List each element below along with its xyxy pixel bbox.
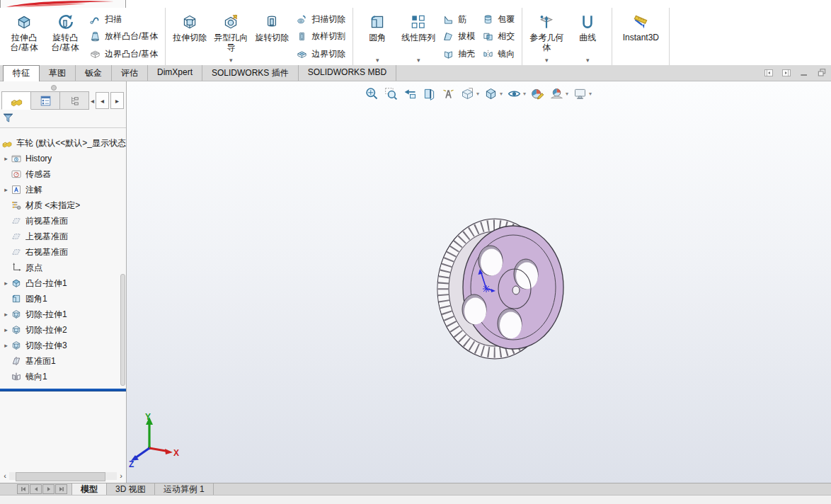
featuremanager-tab[interactable]	[1, 91, 31, 110]
tree-item[interactable]: 圆角1	[0, 291, 126, 307]
command-tab[interactable]: 草图	[40, 65, 76, 81]
configurationmanager-tab[interactable]	[60, 91, 89, 110]
tab-scroll-left-button[interactable]: ◂	[96, 92, 109, 109]
ribbon-button-swept-cut[interactable]: 扫描切除	[294, 11, 348, 27]
propertymanager-tab[interactable]	[31, 91, 60, 110]
scroll-left-arrow-icon[interactable]: ‹	[1, 472, 9, 480]
model-wheel[interactable]	[410, 205, 574, 372]
zoom-to-area-button[interactable]	[383, 86, 399, 102]
command-tab[interactable]: 评估	[112, 65, 148, 81]
expand-arrow-icon[interactable]: ▸	[1, 326, 11, 333]
graphics-viewport[interactable]: ▾▾▾▾▾	[127, 81, 831, 483]
tree-item[interactable]: ▸注解	[0, 182, 126, 197]
dropdown-arrow-icon[interactable]: ▾	[476, 91, 479, 97]
study-tab[interactable]: 模型	[71, 483, 107, 495]
command-tab[interactable]: DimXpert	[148, 65, 202, 81]
ribbon-button-reference-geometry[interactable]: 参考几何体▾	[526, 9, 567, 64]
tree-item[interactable]: ▸History	[0, 151, 126, 166]
expand-arrow-icon[interactable]: ▸	[1, 155, 11, 162]
ribbon-button-extruded-boss[interactable]: 拉伸凸台/基体	[4, 9, 45, 64]
tab-scroll-right-button[interactable]: ▸	[110, 92, 124, 109]
annotation-visibility-button[interactable]	[440, 86, 457, 102]
ribbon-button-linear-pattern[interactable]: 线性阵列▾	[398, 9, 439, 64]
ribbon-button-extruded-cut[interactable]: 拉伸切除	[169, 9, 210, 64]
ribbon-button-wrap[interactable]: 包覆	[480, 11, 517, 27]
dropdown-arrow-icon[interactable]: ▾	[586, 57, 590, 64]
command-tab[interactable]: SOLIDWORKS 插件	[202, 65, 299, 81]
section-view-button[interactable]	[421, 86, 437, 102]
view-settings-button[interactable]: ▾	[572, 86, 592, 102]
command-tab[interactable]: 特征	[3, 65, 40, 81]
tree-item[interactable]: 传感器	[0, 166, 126, 182]
expand-arrow-icon[interactable]: ▸	[1, 186, 11, 193]
ribbon-button-draft[interactable]: 拔模	[440, 29, 477, 45]
expand-arrow-icon[interactable]: ▸	[1, 342, 11, 349]
ribbon-button-lofted-cut[interactable]: 放样切割	[294, 29, 348, 45]
zoom-to-fit-button[interactable]	[364, 86, 380, 102]
ribbon-button-mirror[interactable]: 镜向	[480, 46, 517, 62]
last-study-button[interactable]	[55, 484, 67, 494]
tree-vertical-scrollbar[interactable]	[120, 274, 125, 386]
expand-arrow-icon[interactable]: ▸	[1, 280, 11, 287]
dropdown-arrow-icon[interactable]: ▾	[523, 91, 526, 97]
restore-window-button[interactable]	[816, 67, 827, 79]
scrollbar-track[interactable]	[9, 472, 117, 480]
edit-appearance-button[interactable]	[529, 86, 546, 102]
command-tab[interactable]: 钣金	[76, 65, 112, 81]
dropdown-arrow-icon[interactable]: ▾	[500, 91, 503, 97]
previous-study-button[interactable]	[30, 484, 42, 494]
dropdown-arrow-icon[interactable]: ▾	[229, 57, 233, 64]
pane-right-button[interactable]	[781, 67, 792, 79]
dropdown-arrow-icon[interactable]: ▾	[545, 57, 549, 64]
scroll-right-arrow-icon[interactable]: ›	[117, 472, 125, 480]
dropdown-arrow-icon[interactable]: ▾	[566, 91, 568, 97]
tree-item[interactable]: ▸切除-拉伸3	[0, 338, 126, 353]
zoom-to-fit-icon	[365, 86, 379, 101]
tree-item[interactable]: 前视基准面	[0, 213, 126, 229]
tree-item[interactable]: ▸切除-拉伸2	[0, 322, 126, 338]
rollback-bar[interactable]	[0, 389, 126, 391]
tree-filter-button[interactable]	[1, 111, 15, 127]
display-style-button[interactable]: ▾	[483, 86, 503, 102]
panel-grip-dot[interactable]	[51, 85, 57, 91]
tree-item[interactable]: 车轮 (默认<<默认>_显示状态	[0, 135, 126, 151]
minimize-window-button[interactable]	[798, 67, 810, 79]
tree-item[interactable]: 原点	[0, 260, 126, 275]
scrollbar-thumb[interactable]	[16, 472, 105, 481]
tree-item[interactable]: 镜向1	[0, 369, 126, 384]
command-tab[interactable]: SOLIDWORKS MBD	[299, 65, 396, 81]
ribbon-button-boundary-boss[interactable]: 边界凸台/基体	[87, 46, 160, 62]
dropdown-arrow-icon[interactable]: ▾	[589, 91, 592, 97]
ribbon-button-rib[interactable]: 筋	[440, 11, 477, 27]
dropdown-arrow-icon[interactable]: ▾	[376, 57, 379, 64]
apply-scene-button[interactable]: ▾	[549, 86, 569, 102]
next-study-button[interactable]	[42, 484, 55, 494]
previous-view-button[interactable]	[402, 86, 418, 102]
view-orientation-button[interactable]: ▾	[459, 86, 480, 102]
ribbon-button-revolved-cut[interactable]: 旋转切除	[251, 9, 292, 64]
first-study-button[interactable]	[17, 484, 29, 494]
tree-item[interactable]: ▸切除-拉伸1	[0, 307, 126, 322]
ribbon-button-sweep[interactable]: 扫描	[87, 11, 160, 27]
pane-left-button[interactable]	[763, 67, 774, 79]
ribbon-button-lofted-boss[interactable]: 放样凸台/基体	[87, 29, 160, 45]
tree-item[interactable]: 基准面1	[0, 353, 126, 369]
ribbon-button-shell[interactable]: 抽壳	[440, 46, 477, 62]
ribbon-button-curves[interactable]: 曲线▾	[567, 9, 608, 64]
ribbon-button-revolved-boss[interactable]: 旋转凸台/基体	[45, 9, 86, 64]
tree-item[interactable]: 材质 <未指定>	[0, 197, 126, 213]
ribbon-button-intersect[interactable]: 相交	[480, 29, 517, 45]
ribbon-button-fillet[interactable]: 圆角▾	[357, 9, 398, 64]
expand-arrow-icon[interactable]: ▸	[1, 311, 11, 318]
ribbon-button-instant3d[interactable]: Instant3D	[616, 9, 665, 64]
study-tab[interactable]: 运动算例 1	[155, 483, 214, 495]
dropdown-arrow-icon[interactable]: ▾	[417, 57, 420, 64]
ribbon-button-boundary-cut[interactable]: 边界切除	[294, 46, 348, 62]
tree-item[interactable]: ▸凸台-拉伸1	[0, 275, 126, 291]
study-tab[interactable]: 3D 视图	[107, 483, 155, 495]
ribbon-button-hole-wizard[interactable]: 异型孔向导▾	[210, 9, 251, 64]
hide-show-items-button[interactable]: ▾	[506, 86, 527, 102]
tree-item[interactable]: 右视基准面	[0, 244, 126, 260]
tree-item[interactable]: 上视基准面	[0, 229, 126, 244]
tab-scroll-left-icon[interactable]: ◂	[91, 97, 94, 105]
